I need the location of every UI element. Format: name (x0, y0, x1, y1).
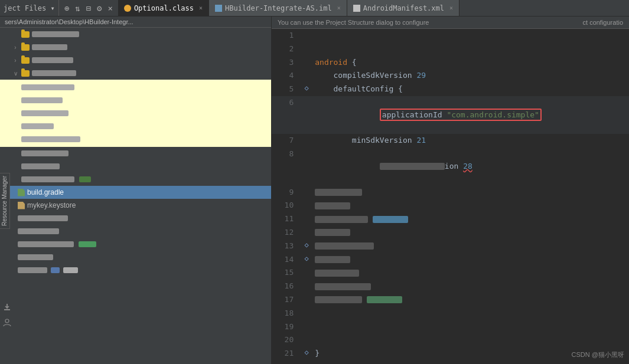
code-8: ion 28 (312, 147, 629, 185)
folder-icon-1 (21, 31, 30, 38)
main-area: sers\Administrator\Desktop\HBuilder-Inte… (0, 17, 629, 364)
gray-badge (63, 267, 78, 273)
code-line-19: 19 (272, 320, 629, 334)
tree-item-16[interactable] (0, 251, 271, 264)
tab-hbuilder-iml[interactable]: HBuilder-Integrate-AS.iml × (209, 0, 347, 16)
user-icon[interactable] (1, 317, 13, 329)
line-num-19: 19 (272, 320, 301, 334)
folder-icon-2 (21, 44, 30, 51)
code-line-20: 20 (272, 333, 629, 347)
tree-label-9 (21, 136, 80, 142)
add-icon[interactable]: ⊕ (63, 2, 71, 14)
line-num-15: 15 (272, 266, 301, 280)
line-num-14: 14 (272, 253, 301, 267)
tree-item-15[interactable] (0, 238, 271, 251)
tab-manifest-xml[interactable]: AndroidManifest.xml × (347, 0, 459, 16)
tree-item-keystore[interactable]: mykey.keystore (0, 199, 271, 212)
gutter-21: ◇ (301, 347, 312, 360)
tab-hbuilder-close[interactable]: × (337, 5, 341, 11)
line-num-5: 5 (272, 83, 301, 96)
tree-item-12[interactable] (0, 173, 271, 186)
tree-item-3[interactable]: › (0, 54, 271, 67)
code-table: 1 2 3 android { (272, 29, 629, 360)
tree-item-6[interactable] (0, 94, 271, 107)
tab-optional-class[interactable]: Optional.class × (118, 0, 209, 16)
gutter-5: ◇ (301, 83, 312, 96)
code-20 (312, 333, 629, 347)
gutter-1 (301, 29, 312, 42)
download-icon[interactable] (1, 301, 13, 313)
code-line-16: 16 (272, 280, 629, 293)
tree-item-9[interactable] (0, 133, 271, 146)
sidebar-path: sers\Administrator\Desktop\HBuilder-Inte… (0, 17, 271, 28)
tree-item-4[interactable]: ∨ (0, 67, 271, 80)
code-13 (312, 240, 629, 253)
gutter-4 (301, 69, 312, 83)
tree-label-8 (21, 123, 54, 129)
code-18 (312, 307, 629, 320)
code-5: defaultConfig { (312, 83, 629, 96)
code-6: applicationId "com.android.simple" (312, 96, 629, 134)
gutter-18 (301, 307, 312, 320)
label-badge (79, 176, 91, 182)
tree-item-7[interactable] (0, 107, 271, 120)
tree-label-5 (21, 84, 74, 90)
bottom-icons (1, 301, 13, 329)
code-line-14: 14 ◇ (272, 253, 629, 267)
tree-item-14[interactable] (0, 225, 271, 238)
resource-manager-tab[interactable]: Resource Manager (0, 173, 10, 229)
tree-item-8[interactable] (0, 120, 271, 133)
tab-manifest-close[interactable]: × (449, 5, 453, 11)
gutter-20 (301, 333, 312, 347)
tree-item-5[interactable] (0, 81, 271, 94)
code-17 (312, 293, 629, 307)
tree-label-3 (32, 57, 73, 63)
tab-optional-label: Optional.class (134, 4, 194, 12)
tree-label-4 (32, 70, 76, 76)
tab-optional-close[interactable]: × (199, 5, 203, 11)
gutter-7 (301, 134, 312, 147)
code-area[interactable]: 1 2 3 android { (272, 29, 629, 364)
line-num-10: 10 (272, 199, 301, 212)
code-3: android { (312, 56, 629, 70)
gutter-8 (301, 147, 312, 185)
tree-item-11[interactable] (0, 160, 271, 173)
toolbar-icons: ⊕ ⇅ ⊟ ⚙ × (59, 2, 118, 14)
svg-point-4 (5, 319, 9, 323)
code-line-5: 5 ◇ defaultConfig { (272, 83, 629, 96)
sort-icon[interactable]: ⇅ (73, 2, 82, 14)
watermark: CSDN @猫小黑呀 (572, 350, 624, 359)
svg-rect-0 (4, 309, 10, 310)
project-files-label[interactable]: ject Files ▾ (4, 4, 55, 12)
tree-item-1[interactable] (0, 28, 271, 41)
code-line-4: 4 compileSdkVersion 29 (272, 69, 629, 83)
tree-arrow-3: › (12, 57, 19, 64)
line-num-4: 4 (272, 69, 301, 83)
tree-label-13 (18, 215, 68, 221)
tree-arrow-4: ∨ (12, 70, 19, 77)
code-line-6: 6 applicationId "com.android.simple" (272, 96, 629, 134)
code-1 (312, 29, 629, 42)
build-gradle-label: build.gradle (27, 188, 64, 196)
line-num-6: 6 (272, 96, 301, 134)
split-icon[interactable]: ⊟ (84, 2, 93, 14)
gutter-3 (301, 56, 312, 70)
tree-item-10[interactable] (0, 147, 271, 160)
manifest-file-icon (353, 5, 360, 12)
tree-item-17[interactable] (0, 264, 271, 277)
code-10 (312, 199, 629, 212)
code-19 (312, 320, 629, 334)
tree-label-14 (18, 228, 59, 234)
tree-item-2[interactable]: › (0, 41, 271, 54)
tree-item-13[interactable] (0, 212, 271, 225)
sidebar-tree: › › ∨ (0, 28, 271, 364)
code-line-13: 13 ◇ (272, 240, 629, 253)
highlighted-section (0, 80, 271, 147)
close-panel-icon[interactable]: × (106, 2, 114, 14)
tree-item-build-gradle[interactable]: build.gradle (0, 186, 271, 199)
code-11 (312, 212, 629, 226)
settings-icon[interactable]: ⚙ (95, 2, 103, 14)
line-num-11: 11 (272, 212, 301, 226)
sidebar: sers\Administrator\Desktop\HBuilder-Inte… (0, 17, 272, 364)
tab-bar: ject Files ▾ ⊕ ⇅ ⊟ ⚙ × Optional.class × … (0, 0, 629, 17)
